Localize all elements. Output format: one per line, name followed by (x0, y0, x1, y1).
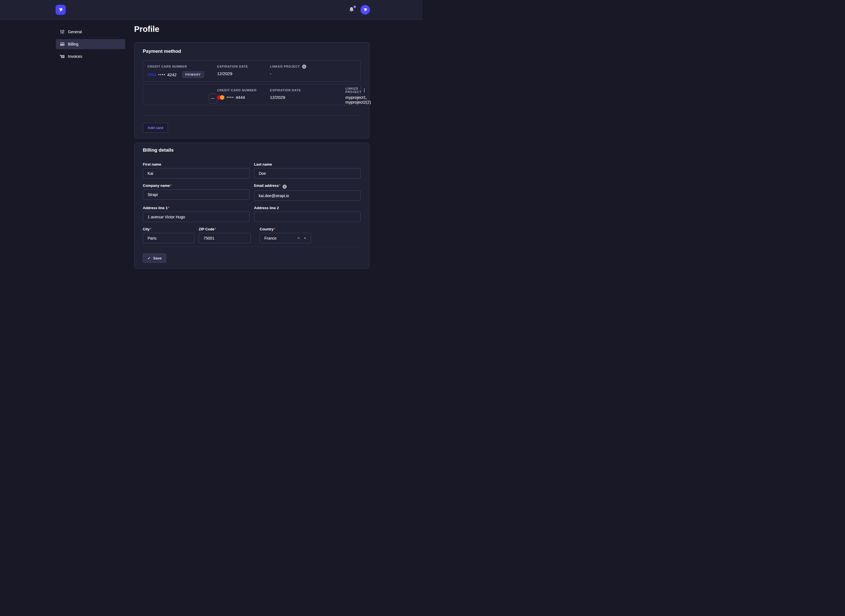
visa-logo: VISA (147, 73, 156, 77)
sidebar-item-general[interactable]: General (56, 27, 125, 37)
address-line1-label: Address line 1* (143, 206, 250, 210)
expiration-value: 12/2029 (270, 95, 345, 100)
payment-method-title: Payment method (143, 48, 361, 54)
sidebar-item-label: Billing (68, 42, 78, 46)
divider (143, 115, 361, 116)
last-name-field: Last name (254, 162, 361, 179)
company-name-label: Company name* (143, 183, 250, 188)
avatar-strapi-icon (362, 7, 368, 13)
country-label: Country* (260, 227, 311, 231)
card-number-cell: CREDIT CARD NUMBER •••• 4444 (217, 88, 270, 100)
last-name-input[interactable] (254, 168, 361, 179)
check-icon: ✓ (147, 256, 151, 260)
linked-project-cell: LINKED PROJECT i - (270, 64, 345, 76)
info-icon[interactable]: i (282, 185, 287, 189)
sidebar-item-billing[interactable]: Billing (56, 39, 125, 49)
sliders-icon (60, 29, 65, 34)
email-label: Email address*i (254, 183, 361, 189)
company-name-field: Company name* (143, 183, 250, 201)
address-line1-input[interactable] (143, 212, 250, 222)
city-label: City* (143, 227, 194, 231)
first-name-field: First name (143, 162, 250, 179)
required-asterisk: * (279, 183, 280, 188)
zip-code-label: ZIP Code* (199, 227, 251, 231)
page-title: Profile (134, 24, 369, 34)
mastercard-logo (217, 95, 224, 100)
card-row-mastercard: CREDIT CARD NUMBER •••• 4444 EXPIRATION … (143, 84, 361, 105)
country-field: Country* France ✕ ▼ (260, 227, 311, 243)
card-more-actions-button[interactable]: ••• (209, 94, 217, 104)
address-line2-label: Address line 2 (254, 206, 361, 210)
zip-code-field: ZIP Code* (199, 227, 251, 243)
invoice-icon: $ (60, 54, 65, 59)
billing-details-panel: Billing details First name Last name Com… (134, 143, 369, 268)
topbar (0, 0, 422, 20)
strapi-logo[interactable] (56, 5, 66, 15)
expiration-cell: EXPIRATION DATE 12/2029 (270, 88, 345, 100)
card-row-visa: CREDIT CARD NUMBER VISA •••• 4242 PRIMAR… (143, 60, 361, 82)
user-avatar[interactable] (360, 5, 370, 15)
credit-card-number-header: CREDIT CARD NUMBER (217, 88, 270, 92)
credit-card-number-header: CREDIT CARD NUMBER (147, 64, 217, 69)
settings-sidebar: General Billing $ Invoices (56, 27, 125, 64)
divider (143, 246, 361, 247)
credit-card-icon (60, 42, 65, 47)
zip-code-input[interactable] (199, 233, 251, 243)
linked-project-value: myproject1, myproject2(2) (345, 95, 357, 104)
clear-icon[interactable]: ✕ (297, 236, 300, 240)
save-button[interactable]: ✓ Save (143, 254, 166, 263)
add-card-button[interactable]: Add card (143, 123, 168, 133)
linked-project-cell: LINKED PROJECT i myproject1, myproject2(… (345, 88, 357, 104)
strapi-logo-icon (57, 7, 64, 13)
required-asterisk: * (168, 206, 169, 210)
expiration-cell: EXPIRATION DATE 12/2029 (217, 64, 270, 76)
expiration-value: 12/2029 (217, 71, 270, 76)
required-asterisk: * (274, 227, 275, 231)
linked-project-header: LINKED PROJECT (345, 87, 362, 94)
last-name-label: Last name (254, 162, 361, 166)
payment-method-panel: Payment method CREDIT CARD NUMBER VISA •… (134, 42, 369, 138)
expiration-date-header: EXPIRATION DATE (270, 88, 345, 92)
info-icon[interactable]: i (364, 88, 365, 92)
main-content: Profile Payment method CREDIT CARD NUMBE… (134, 24, 369, 273)
sidebar-item-invoices[interactable]: $ Invoices (56, 51, 125, 62)
billing-details-title: Billing details (143, 147, 361, 153)
address-line1-field: Address line 1* (143, 206, 250, 222)
card-last4: 4242 (168, 72, 176, 77)
card-number-cell: CREDIT CARD NUMBER VISA •••• 4242 PRIMAR… (147, 64, 217, 78)
first-name-input[interactable] (143, 168, 250, 179)
masked-digits: •••• (226, 95, 234, 100)
address-line2-field: Address line 2 (254, 206, 361, 222)
city-field: City* (143, 227, 194, 243)
email-input[interactable] (254, 191, 361, 201)
svg-text:$: $ (60, 54, 61, 57)
country-select[interactable]: France ✕ ▼ (260, 233, 311, 243)
city-input[interactable] (143, 233, 194, 243)
company-name-input[interactable] (143, 189, 250, 199)
country-value: France (265, 236, 297, 241)
linked-project-value: - (270, 71, 345, 76)
card-last4: 4444 (235, 95, 245, 100)
address-line2-input[interactable] (254, 212, 361, 222)
email-field: Email address*i (254, 183, 361, 201)
primary-badge: PRIMARY (182, 71, 204, 78)
chevron-down-icon[interactable]: ▼ (304, 237, 306, 240)
notifications-bell-button[interactable] (348, 6, 356, 13)
sidebar-item-label: Invoices (68, 54, 82, 59)
expiration-date-header: EXPIRATION DATE (217, 64, 270, 69)
save-button-label: Save (153, 256, 162, 260)
notification-dot (353, 6, 356, 8)
linked-project-header: LINKED PROJECT (270, 65, 300, 68)
required-asterisk: * (170, 183, 172, 188)
first-name-label: First name (143, 162, 250, 166)
required-asterisk: * (150, 227, 151, 231)
required-asterisk: * (215, 227, 216, 231)
sidebar-item-label: General (68, 29, 82, 34)
info-icon[interactable]: i (302, 65, 306, 69)
masked-digits: •••• (158, 73, 165, 77)
